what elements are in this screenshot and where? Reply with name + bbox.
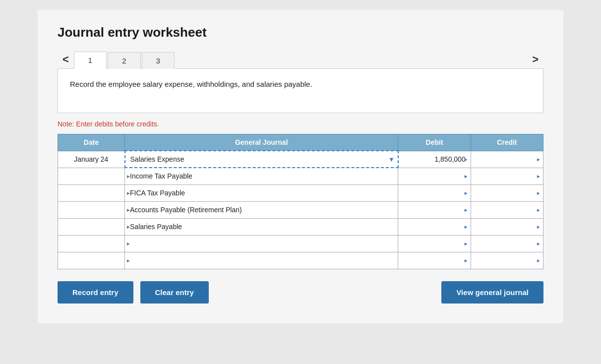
table-row-date-1[interactable] (58, 168, 125, 184)
debit-arrow-icon-2: ► (464, 190, 469, 196)
table-row-debit-5[interactable]: ► (398, 235, 471, 252)
table-row-date-3[interactable] (58, 201, 125, 218)
input-arrow-icon-3: ► (126, 207, 131, 213)
debit-arrow-icon-5: ► (464, 241, 469, 246)
input-arrow-icon-4: ► (126, 224, 131, 230)
input-arrow-icon-2: ► (126, 190, 131, 196)
table-row-date-4[interactable] (58, 218, 125, 235)
tabs-area: 1 2 3 (74, 52, 527, 69)
debit-arrow-icon-3: ► (464, 207, 469, 213)
table-row-date-6[interactable] (58, 252, 125, 269)
col-header-date: Date (58, 134, 125, 151)
table-row-gj-1[interactable]: ►Income Tax Payable (125, 168, 398, 184)
credit-arrow-icon-1: ► (536, 174, 541, 179)
col-header-credit: Credit (471, 134, 543, 151)
credit-arrow-icon-4: ► (536, 224, 541, 230)
credit-arrow-icon-0: ► (536, 157, 541, 162)
tab-1[interactable]: 1 (74, 52, 107, 69)
table-row-credit-0[interactable]: ► (471, 151, 543, 168)
buttons-row: Record entry Clear entry View general jo… (58, 281, 543, 303)
table-row-credit-4[interactable]: ► (471, 218, 543, 235)
table-row-credit-1[interactable]: ► (471, 168, 543, 184)
debit-arrow-icon-0: ► (464, 157, 469, 162)
table-row-debit-0[interactable]: 1,850,000► (398, 151, 471, 168)
main-container: Journal entry worksheet < 1 2 3 > Record… (38, 10, 563, 323)
record-entry-button[interactable]: Record entry (58, 281, 133, 303)
table-row-debit-3[interactable]: ► (398, 201, 471, 218)
debit-arrow-icon-6: ► (464, 258, 469, 263)
table-row-date-5[interactable] (58, 235, 125, 252)
instruction-box: Record the employee salary expense, with… (58, 68, 543, 113)
table-row-gj-3[interactable]: ►Accounts Payable (Retirement Plan) (125, 201, 398, 218)
page-title: Journal entry worksheet (58, 25, 543, 40)
tab-3[interactable]: 3 (142, 52, 175, 69)
input-arrow-icon-empty-5: ► (126, 241, 131, 246)
prev-arrow[interactable]: < (58, 50, 74, 69)
credit-arrow-icon-6: ► (536, 258, 541, 263)
input-arrow-icon-1: ► (126, 174, 131, 179)
debit-arrow-icon-4: ► (464, 224, 469, 230)
table-row-gj-0[interactable]: Salaries Expense▼ (125, 151, 398, 168)
tabs-row: < 1 2 3 > (58, 50, 543, 69)
table-row-debit-4[interactable]: ► (398, 218, 471, 235)
table-row-debit-1[interactable]: ► (398, 168, 471, 184)
debit-arrow-icon-1: ► (464, 174, 469, 179)
table-row-date-0[interactable]: January 24 (58, 151, 125, 168)
table-row-credit-5[interactable]: ► (471, 235, 543, 252)
table-row-date-2[interactable] (58, 184, 125, 201)
journal-table: Date General Journal Debit Credit Januar… (58, 134, 543, 269)
table-row-gj-5[interactable]: ► (125, 235, 398, 252)
table-row-credit-6[interactable]: ► (471, 252, 543, 269)
table-row-gj-2[interactable]: ►FICA Tax Payable (125, 184, 398, 201)
input-arrow-icon-empty-6: ► (126, 258, 131, 263)
note-text: Note: Enter debits before credits. (58, 120, 543, 128)
col-header-general-journal: General Journal (125, 134, 398, 151)
next-arrow[interactable]: > (527, 50, 543, 69)
table-row-gj-6[interactable]: ► (125, 252, 398, 269)
table-row-debit-6[interactable]: ► (398, 252, 471, 269)
instruction-text: Record the employee salary expense, with… (70, 80, 312, 88)
col-header-debit: Debit (398, 134, 471, 151)
credit-arrow-icon-3: ► (536, 207, 541, 213)
view-general-journal-button[interactable]: View general journal (441, 281, 543, 303)
table-row-debit-2[interactable]: ► (398, 184, 471, 201)
credit-arrow-icon-2: ► (536, 190, 541, 196)
dropdown-arrow-icon-0[interactable]: ▼ (388, 156, 395, 163)
table-row-credit-3[interactable]: ► (471, 201, 543, 218)
tab-2[interactable]: 2 (108, 52, 140, 69)
clear-entry-button[interactable]: Clear entry (140, 281, 209, 303)
credit-arrow-icon-5: ► (536, 241, 541, 246)
table-row-gj-4[interactable]: ►Salaries Payable (125, 218, 398, 235)
table-row-credit-2[interactable]: ► (471, 184, 543, 201)
